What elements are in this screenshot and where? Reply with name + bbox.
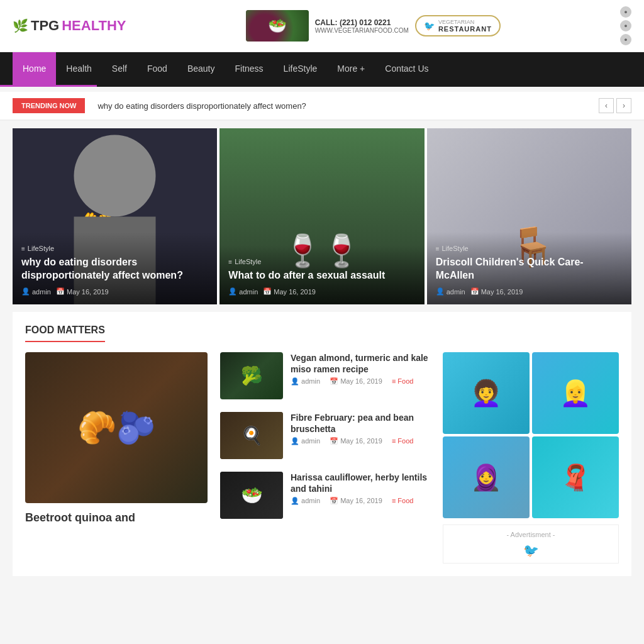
trending-text: why do eating disorders disproportionate… [97, 101, 599, 111]
trending-next-button[interactable]: › [616, 98, 631, 113]
food-article-meta-3: 👤 admin 📅 May 16, 2019 ≡ Food [291, 497, 430, 505]
featured-overlay-3: ≡ LifeStyle Driscoll Children's Quick Ca… [427, 232, 631, 304]
logo-tpg: TPG [31, 18, 59, 34]
food-article-title-2: Fibre February: pea and bean bruschetta [291, 412, 430, 435]
restaurant-tag: VEGETARIAN [438, 19, 492, 25]
nav-underline [0, 85, 644, 87]
food-article-art-3: 🥗 [220, 472, 283, 519]
food-category-3: ≡ Food [392, 497, 418, 504]
author-icon-2: 👤 admin [228, 287, 258, 296]
author-icon-3: 👤 admin [436, 287, 465, 296]
featured-meta-2: 👤 admin 📅 May 16, 2019 [228, 287, 415, 296]
featured-meta-1: 👤 admin 📅 May 16, 2019 [21, 287, 208, 296]
header-website: WWW.VEGETARIANFOOD.COM [315, 27, 409, 34]
featured-category-1: ≡ LifeStyle [21, 245, 208, 252]
featured-overlay-2: ≡ LifeStyle What to do after a sexual as… [219, 245, 424, 304]
featured-title-2: What to do after a sexual assault [228, 269, 415, 282]
restaurant-info: VEGETARIAN RESTAURANT [438, 19, 492, 33]
category-icon-2: ≡ [228, 258, 232, 265]
advertisement-block: - Advertisment - 🐦 [443, 525, 619, 564]
featured-category-2: ≡ LifeStyle [228, 258, 415, 265]
food-article-meta-1: 👤 admin 📅 May 16, 2019 ≡ Food [291, 377, 430, 386]
food-matters-title: FOOD MATTERS [25, 325, 105, 342]
header-center: CALL: (221) 012 0221 WWW.VEGETARIANFOOD.… [246, 10, 501, 42]
food-article-content-3: Harissa cauliflower, herby lentils and t… [291, 472, 430, 519]
trending-prev-button[interactable]: ‹ [599, 98, 614, 113]
food-article-content-2: Fibre February: pea and bean bruschetta … [291, 412, 430, 459]
food-date-3: 📅 May 16, 2019 [330, 497, 386, 504]
restaurant-icon: 🐦 [424, 21, 435, 31]
restaurant-badge: 🐦 VEGETARIAN RESTAURANT [415, 15, 501, 36]
food-article-art-1: 🥦 [220, 352, 283, 399]
advertisement-label: - Advertisment - [506, 531, 555, 538]
food-author-1: 👤 admin [291, 377, 324, 385]
logo-healthy: HEALTHY [62, 18, 126, 34]
featured-meta-3: 👤 admin 📅 May 16, 2019 [436, 287, 623, 296]
social-icon-3[interactable]: ● [620, 34, 631, 45]
food-article-image-1: 🥦 [220, 352, 283, 399]
food-article-image-2: 🍳 [220, 412, 283, 459]
social-icon-1[interactable]: ● [620, 6, 631, 18]
food-category-1: ≡ Food [392, 377, 418, 385]
nav-item-food[interactable]: Food [137, 52, 177, 85]
nav-item-health[interactable]: Health [56, 52, 101, 85]
food-category-2: ≡ Food [392, 437, 418, 445]
food-date-2: 📅 May 16, 2019 [330, 437, 386, 445]
food-main-image [25, 352, 208, 503]
category-icon-3: ≡ [436, 245, 440, 252]
featured-card-1[interactable]: ≡ LifeStyle why do eating disorders disp… [13, 128, 217, 304]
food-matters-section: FOOD MATTERS Beetroot quinoa and 🥦 Vegan… [13, 312, 631, 576]
sidebar-img-1[interactable] [443, 352, 530, 434]
sidebar-img-3[interactable] [443, 436, 530, 518]
site-logo[interactable]: 🌿 TPG HEALTHY [13, 18, 126, 34]
author-icon-1: 👤 admin [21, 287, 51, 296]
food-article-2[interactable]: 🍳 Fibre February: pea and bean bruschett… [220, 412, 430, 459]
top-header: 🌿 TPG HEALTHY CALL: (221) 012 0221 WWW.V… [0, 0, 644, 52]
featured-title-3: Driscoll Children's Quick Care- McAllen [436, 256, 623, 282]
featured-card-2[interactable]: ≡ LifeStyle What to do after a sexual as… [219, 128, 424, 304]
food-main-article[interactable]: Beetroot quinoa and [25, 352, 208, 564]
featured-articles: ≡ LifeStyle why do eating disorders disp… [13, 128, 631, 304]
food-article-title-1: Vegan almond, turmeric and kale miso ram… [291, 352, 430, 375]
nav-item-home[interactable]: Home [13, 52, 56, 85]
food-article-art-2: 🍳 [220, 412, 283, 459]
sidebar-img-4[interactable] [532, 436, 619, 518]
food-article-list: 🥦 Vegan almond, turmeric and kale miso r… [220, 352, 430, 564]
trending-navigation: ‹ › [599, 98, 631, 113]
featured-title-1: why do eating disorders disproportionate… [21, 256, 208, 282]
food-article-meta-2: 👤 admin 📅 May 16, 2019 ≡ Food [291, 437, 430, 445]
nav-item-fitness[interactable]: Fitness [225, 52, 273, 85]
sidebar-image-grid [443, 352, 619, 518]
trending-label: TRENDING NOW [13, 98, 85, 113]
category-icon-1: ≡ [21, 245, 25, 252]
food-article-image-3: 🥗 [220, 472, 283, 519]
date-icon-2: 📅 May 16, 2019 [263, 287, 316, 296]
food-image-art [246, 10, 309, 42]
food-main-title: Beetroot quinoa and [25, 511, 208, 525]
featured-overlay-1: ≡ LifeStyle why do eating disorders disp… [13, 232, 217, 304]
nav-item-contact[interactable]: Contact Us [375, 52, 438, 85]
header-phone: CALL: (221) 012 0221 [315, 18, 409, 27]
nav-item-beauty[interactable]: Beauty [177, 52, 225, 85]
food-author-3: 👤 admin [291, 497, 324, 504]
header-contact: CALL: (221) 012 0221 WWW.VEGETARIANFOOD.… [315, 18, 409, 34]
food-sidebar: - Advertisment - 🐦 [443, 352, 619, 564]
trending-bar: TRENDING NOW why do eating disorders dis… [0, 92, 644, 121]
food-date-1: 📅 May 16, 2019 [330, 377, 386, 385]
date-icon-1: 📅 May 16, 2019 [56, 287, 109, 296]
header-food-image [246, 10, 309, 42]
nav-item-self[interactable]: Self [102, 52, 137, 85]
food-article-1[interactable]: 🥦 Vegan almond, turmeric and kale miso r… [220, 352, 430, 399]
food-article-3[interactable]: 🥗 Harissa cauliflower, herby lentils and… [220, 472, 430, 519]
nav-item-more[interactable]: More + [327, 52, 375, 85]
restaurant-name: RESTAURANT [438, 25, 492, 33]
food-matters-layout: Beetroot quinoa and 🥦 Vegan almond, turm… [25, 352, 619, 564]
advertisement-icon: 🐦 [448, 543, 613, 558]
date-icon-3: 📅 May 16, 2019 [470, 287, 523, 296]
social-icon-2[interactable]: ● [620, 20, 631, 31]
sidebar-img-2[interactable] [532, 352, 619, 434]
food-author-2: 👤 admin [291, 437, 324, 445]
food-article-title-3: Harissa cauliflower, herby lentils and t… [291, 472, 430, 494]
nav-item-lifestyle[interactable]: LifeStyle [274, 52, 328, 85]
featured-card-3[interactable]: ≡ LifeStyle Driscoll Children's Quick Ca… [427, 128, 631, 304]
